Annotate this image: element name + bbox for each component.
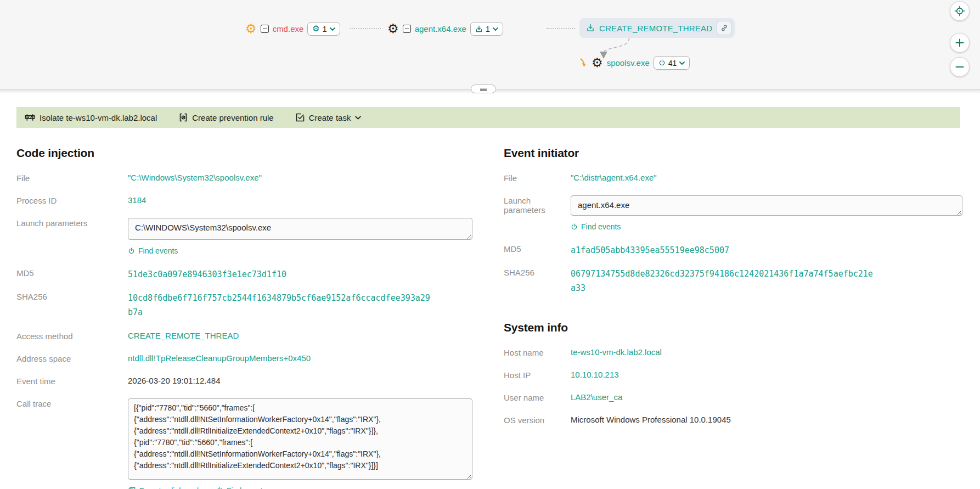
create-task-label: Create task — [309, 113, 351, 122]
field-file: File "C:\distr\agent.x64.exe" — [504, 173, 964, 186]
event-link-button[interactable] — [717, 21, 731, 35]
call-trace-input[interactable]: [{"pid":"7780","tid":"5660","frames":[ {… — [128, 398, 472, 480]
field-label: File — [504, 173, 571, 183]
md5-hash-link[interactable]: a1fad505abb43395ea55519ee98c5007 — [571, 244, 729, 258]
cmd-children-dropdown[interactable]: ⚙ 1 — [307, 22, 340, 36]
event-time-value: 2026-03-20 19:01:12.484 — [128, 376, 220, 385]
prevention-rule-icon — [179, 113, 188, 122]
chevron-down-icon — [330, 27, 335, 31]
injection-icon — [475, 25, 483, 33]
field-access-method: Access method CREATE_REMOTE_THREAD — [16, 331, 504, 344]
field-label: Launch parameters — [16, 218, 128, 228]
field-label: Call trace — [16, 398, 128, 408]
create-prevention-rule-label: Create prevention rule — [192, 113, 273, 122]
fit-to-screen-button[interactable] — [950, 1, 970, 21]
field-label: SHA256 — [504, 267, 571, 277]
find-events-link[interactable]: Find events — [216, 486, 266, 489]
create-task-button[interactable]: Create task — [296, 113, 362, 122]
field-md5: MD5 a1fad505abb43395ea55519ee98c5007 — [504, 244, 964, 258]
field-address-space: Address space ntdll.dll!TpReleaseCleanup… — [16, 353, 504, 366]
field-label: Access method — [16, 331, 128, 341]
spoolsv-events-dropdown[interactable]: 41 — [654, 56, 690, 70]
field-sha256: SHA256 06797134755d8de82326cd32375f94186… — [504, 267, 964, 296]
field-label: OS version — [504, 415, 571, 425]
field-label: Process ID — [16, 195, 128, 205]
file-path-link[interactable]: "C:\distr\agent.x64.exe" — [571, 173, 657, 182]
field-launch-parameters: Launch parameters agent.x64.exe Find eve… — [504, 195, 964, 233]
find-events-link[interactable]: Find events — [571, 222, 621, 231]
process-name-spoolsv[interactable]: spoolsv.exe — [607, 58, 650, 68]
zoom-in-button[interactable] — [950, 33, 970, 53]
field-label: Host name — [504, 347, 571, 357]
find-events-label: Find events — [138, 246, 178, 255]
panel-resize-handle[interactable] — [471, 85, 496, 93]
address-space-link[interactable]: ntdll.dll!TpReleaseCleanupGroupMembers+0… — [128, 353, 311, 363]
isolate-host-label: Isolate te-ws10-vm-dk.lab2.local — [40, 113, 157, 122]
spoolsv-badge-count: 41 — [668, 59, 677, 68]
minus-icon — [955, 62, 965, 72]
node-agent[interactable]: ⚙ agent.x64.exe 1 — [387, 22, 503, 36]
zoom-out-button[interactable] — [950, 57, 970, 77]
create-prevention-rule-button[interactable]: Create prevention rule — [179, 113, 273, 122]
crosshair-icon — [954, 5, 965, 16]
field-label: File — [16, 173, 128, 183]
field-call-trace: Call trace [{"pid":"7780","tid":"5660","… — [16, 398, 504, 489]
field-label: Address space — [16, 353, 128, 363]
find-events-link[interactable]: Find events — [128, 246, 178, 255]
graph-edge — [350, 28, 381, 29]
copy-to-clipboard-label: Copy to clipboard — [139, 486, 199, 489]
host-ip-link[interactable]: 10.10.10.213 — [571, 370, 619, 379]
event-type-label[interactable]: CREATE_REMOTE_THREAD — [599, 24, 712, 33]
cmd-badge-count: 1 — [323, 25, 327, 33]
field-label: Host IP — [504, 370, 571, 380]
event-initiator-section: Event initiator File "C:\distr\agent.x64… — [504, 147, 964, 296]
task-checkbox-icon — [296, 113, 305, 122]
field-label: MD5 — [16, 268, 128, 278]
field-host-ip: Host IP 10.10.10.213 — [504, 370, 964, 383]
md5-hash-link[interactable]: 51de3c0a097e8946303f3e1ec73d1f10 — [128, 268, 286, 282]
code-injection-section: Code injection File "C:\Windows\System32… — [16, 147, 504, 489]
agent-badge-count: 1 — [486, 25, 490, 33]
agent-injections-dropdown[interactable]: 1 — [470, 22, 503, 36]
chevron-down-icon — [355, 116, 361, 120]
barrier-icon — [25, 113, 35, 122]
graph-edge — [547, 28, 575, 29]
field-label: User name — [504, 392, 571, 402]
system-info-section: System info Host name te-ws10-vm-dk.lab2… — [504, 321, 964, 428]
node-spoolsv[interactable]: ⚙ spoolsv.exe 41 — [579, 56, 690, 70]
find-events-icon — [216, 487, 223, 489]
link-icon — [720, 24, 728, 32]
injected-arrow-icon — [579, 58, 588, 68]
process-name-cmd[interactable]: cmd.exe — [273, 24, 304, 33]
host-name-link[interactable]: te-ws10-vm-dk.lab2.local — [571, 347, 662, 357]
user-name-link[interactable]: LAB2\user_ca — [571, 392, 622, 402]
find-events-icon — [128, 248, 135, 255]
sha256-hash-link[interactable]: 10cd8f6dbe6f716f757cb2544f1634879b5cf6ae… — [128, 291, 431, 320]
file-path-link[interactable]: "C:\Windows\System32\spoolsv.exe" — [128, 173, 262, 182]
field-sha256: SHA256 10cd8f6dbe6f716f757cb2544f1634879… — [16, 291, 504, 320]
field-label: Launch parameters — [504, 195, 571, 215]
section-title-event-initiator: Event initiator — [504, 147, 964, 160]
process-alert-gear-icon: ⚙ — [245, 23, 257, 35]
field-launch-parameters: Launch parameters C:\WINDOWS\System32\sp… — [16, 218, 504, 257]
access-method-link[interactable]: CREATE_REMOTE_THREAD — [128, 331, 239, 340]
field-file: File "C:\Windows\System32\spoolsv.exe" — [16, 173, 504, 186]
section-title-system-info: System info — [504, 321, 964, 334]
event-node-create-remote-thread[interactable]: CREATE_REMOTE_THREAD — [579, 18, 735, 38]
process-id-link[interactable]: 3184 — [128, 195, 146, 205]
collapse-node-button[interactable] — [403, 25, 411, 33]
section-title-code-injection: Code injection — [16, 147, 504, 160]
field-process-id: Process ID 3184 — [16, 195, 504, 208]
collapse-node-button[interactable] — [261, 25, 269, 33]
process-graph[interactable]: ⚙ cmd.exe ⚙ 1 ⚙ agent.x64.exe 1 — [0, 0, 980, 89]
field-label: SHA256 — [16, 291, 128, 301]
chevron-down-icon — [493, 27, 498, 31]
node-cmd[interactable]: ⚙ cmd.exe ⚙ 1 — [245, 22, 340, 36]
isolate-host-button[interactable]: Isolate te-ws10-vm-dk.lab2.local — [25, 113, 157, 122]
field-event-time: Event time 2026-03-20 19:01:12.484 — [16, 376, 504, 389]
sha256-hash-link[interactable]: 06797134755d8de82326cd32375f94186c124202… — [571, 267, 874, 296]
copy-to-clipboard-link[interactable]: Copy to clipboard — [128, 486, 199, 489]
launch-parameters-input[interactable]: C:\WINDOWS\System32\spoolsv.exe — [128, 218, 472, 240]
launch-parameters-input[interactable]: agent.x64.exe — [571, 195, 962, 216]
process-name-agent[interactable]: agent.x64.exe — [415, 24, 466, 33]
